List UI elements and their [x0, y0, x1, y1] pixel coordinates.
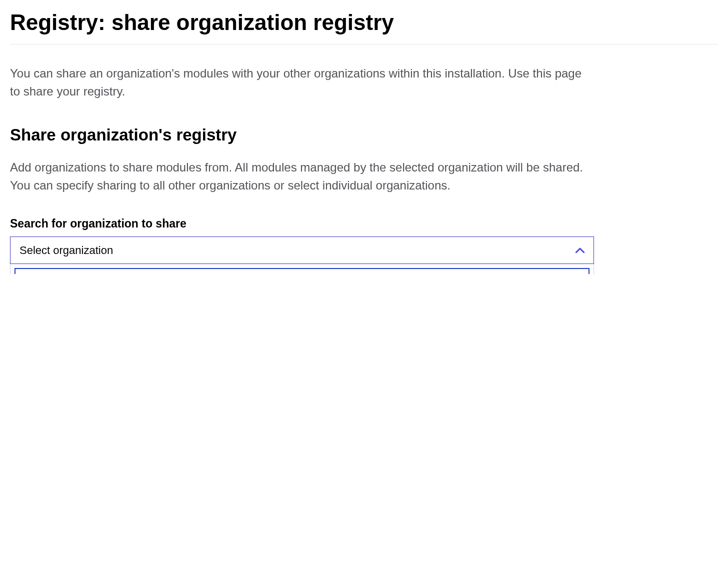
section-title: Share organization's registry: [10, 126, 718, 144]
dropdown-panel: cloud-enablementhc-app-teamhc-nomadhc-se…: [10, 264, 594, 274]
chevron-up-icon: [576, 246, 584, 255]
section-description: Add organizations to share modules from.…: [10, 158, 585, 194]
select-label: Search for organization to share: [10, 217, 718, 230]
page-title: Registry: share organization registry: [10, 10, 718, 35]
title-divider: [10, 44, 718, 44]
page-description: You can share an organization's modules …: [10, 64, 585, 100]
select-placeholder: Select organization: [20, 244, 113, 257]
search-input[interactable]: [14, 268, 590, 274]
select-trigger[interactable]: Select organization: [10, 236, 594, 264]
organization-select: Select organization cloud-enablementhc-a…: [10, 236, 594, 264]
